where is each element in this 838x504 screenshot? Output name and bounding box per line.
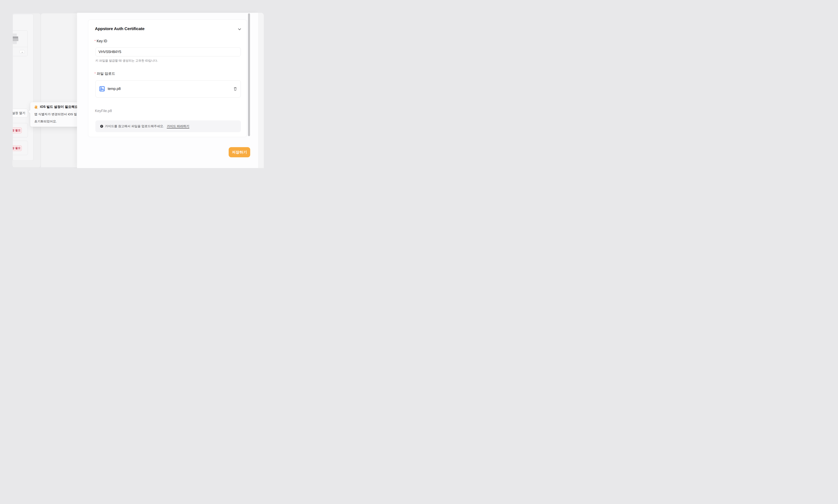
tooltip-arrow: [28, 110, 30, 113]
uploaded-file-row[interactable]: temp.p8: [95, 80, 241, 97]
info-icon: i: [100, 125, 103, 128]
status-badge-required: 정 필요: [13, 146, 22, 151]
skeleton-block: [13, 41, 17, 44]
open-settings-button[interactable]: 설정 열기: [13, 109, 28, 118]
skeleton-block: [13, 34, 17, 36]
key-id-label: *Key ID: [94, 39, 107, 43]
waving-hand-icon: [34, 105, 38, 109]
list-item: 정 필요: [13, 141, 28, 155]
skeleton-block: [13, 38, 18, 41]
banner-text: 가이드를 참고해서 파일을 업로드해주세요.: [105, 124, 164, 128]
file-upload-label: *파일 업로드: [94, 71, 115, 76]
key-file-name: KeyFile.p8: [95, 109, 112, 113]
trash-icon[interactable]: [233, 87, 237, 91]
phone-preview-box: →: [13, 30, 28, 56]
tooltip-body-line2: 초기화되었어요.: [34, 120, 57, 124]
status-badge-required: 정 필요: [13, 128, 22, 133]
chevron-down-icon[interactable]: [238, 28, 241, 31]
uploaded-file-name: temp.p8: [108, 87, 121, 91]
preview-next-button[interactable]: →: [20, 50, 25, 53]
appstore-auth-certificate-section: Appstore Auth Certificate *Key ID 키 파일을 …: [88, 20, 247, 137]
list-item: 정 필요: [13, 123, 28, 137]
ios-build-tooltip: iOS 빌드 설정이 필요해요! 앱 식별자가 변경되면서 iOS 빌 초기화되…: [30, 102, 83, 127]
key-id-helper-text: 키 파일을 발급할 때 생성되는 고유한 ID입니다.: [95, 59, 158, 62]
section-title: Appstore Auth Certificate: [95, 26, 145, 31]
drawer-edge-strip: [258, 13, 264, 168]
key-id-input[interactable]: [95, 48, 241, 56]
phone-preview-skeleton: [13, 31, 28, 47]
required-asterisk: *: [94, 72, 96, 75]
skeleton-block: [13, 36, 18, 38]
guide-info-banner: i 가이드를 참고해서 파일을 업로드해주세요. 가이드 따라하기: [95, 121, 241, 132]
tooltip-body-line1: 앱 식별자가 변경되면서 iOS 빌: [34, 112, 77, 116]
image-file-icon: [99, 86, 105, 91]
guide-link[interactable]: 가이드 따라하기: [167, 124, 189, 128]
app-preview-card: → 설정 열기 정 필요 정 필요: [13, 14, 34, 161]
save-button[interactable]: 저장하기: [229, 147, 250, 158]
tooltip-title: iOS 빌드 설정이 필요해요!: [40, 105, 79, 109]
vertical-scrollbar-thumb[interactable]: [248, 13, 250, 136]
arrow-right-icon: →: [21, 51, 23, 53]
required-asterisk: *: [94, 39, 96, 42]
